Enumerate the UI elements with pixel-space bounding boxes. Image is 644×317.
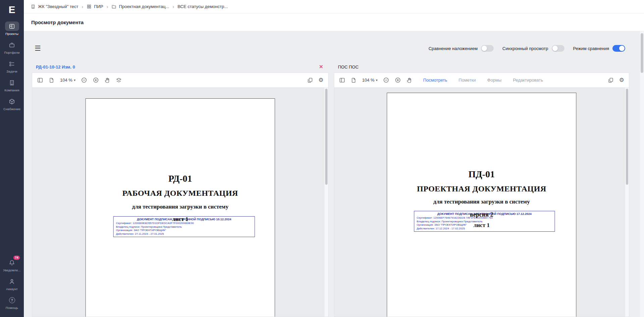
sidebar-item-account[interactable]: Аккаунт [1,277,23,291]
stamp-line: Действителен: 27.11.2024 - 27.01.2025 [116,232,252,236]
doc-code: РД-01 [86,173,275,184]
page-thumbnail-icon[interactable] [49,77,55,83]
chevron-right-icon: › [106,4,109,9]
sidebar-item-projects[interactable]: Проекты [1,21,23,36]
menu-icon[interactable]: ☰ [32,43,44,54]
notifications-badge: 74 [13,256,19,260]
sidebar-item-label: Проекты [5,32,18,36]
zoom-control[interactable]: 104 % ▾ [60,78,76,83]
tab-forms[interactable]: Формы [487,76,502,84]
sidebar-panel-icon[interactable] [37,77,43,83]
main-scrollbar [639,31,644,317]
right-panel-header: ПОС ПОС [334,61,629,73]
sidebar-item-company[interactable]: Компания [1,78,23,92]
left-document-panel: РД-01-10-12 Изм. 0 ✕ 104 % [32,61,329,317]
right-document-panel: ПОС ПОС 104 % ▾ [334,61,629,317]
right-document-area: ПД-01 ПРОЕКТНАЯ ДОКУМЕНТАЦИЯ для тестиро… [334,88,629,317]
page-title: Просмотр документа [31,19,84,25]
doc-heading: РАБОЧАЯ ДОКУМЕНТАЦИЯ [86,189,275,198]
projects-icon [5,21,19,31]
left-document-area: РД-01 РАБОЧАЯ ДОКУМЕНТАЦИЯ для тестирова… [32,88,328,317]
sync-view-label: Синхронный просмотр [502,46,548,51]
zoom-out-icon[interactable] [81,77,87,83]
breadcrumb: ЖК "Звездный" тест › ПИР › Проектная док… [24,0,644,13]
compare-toggles: Сравнение наложением Синхронный просмотр… [429,45,625,52]
breadcrumb-item-folder[interactable]: Проектная документац... [111,4,169,9]
breadcrumb-label: ВСЕ статусы демонстр... [178,4,228,9]
sidebar-item-label: Уведомле... [3,268,21,272]
overlay-compare-label: Сравнение наложением [429,46,478,51]
tab-view[interactable]: Посмотреть [423,76,448,84]
building-icon [5,78,19,87]
sync-view-toggle[interactable] [552,45,564,52]
sidebar-item-tasks[interactable]: Задачи [1,59,23,73]
breadcrumb-label: Проектная документац... [119,4,169,9]
doc-version: версия 2 [387,211,576,218]
doc-code: ПД-01 [387,169,576,180]
doc-subheading: для тестирования загрузки в систему [86,203,275,210]
scrollbar-thumb[interactable] [641,33,643,73]
left-viewer-scrollbar [324,88,328,317]
content-area: ☰ Сравнение наложением Синхронный просмо… [24,31,644,317]
sidebar-item-label: Помощь [6,306,18,310]
hand-tool-icon[interactable] [104,77,110,83]
sidebar-item-label: Аккаунт [6,287,18,291]
chevron-down-icon: ▾ [376,78,378,82]
right-page: ПД-01 ПРОЕКТНАЯ ДОКУМЕНТАЦИЯ для тестиро… [387,93,577,317]
tasks-icon [5,59,19,69]
zoom-in-icon[interactable] [395,77,401,83]
user-icon [5,277,19,286]
overlay-compare-toggle[interactable] [481,45,494,52]
right-viewer-scrollbar [625,88,629,317]
close-document-icon[interactable]: ✕ [317,63,325,71]
stamp-line: Организация: ЗАО "ПРОЕКТИРОВЩИК" [116,229,252,232]
scrollbar-thumb[interactable] [626,89,628,185]
scrollbar-thumb[interactable] [325,89,328,185]
zoom-out-icon[interactable] [383,77,389,83]
sidebar-item-label: Портфели [4,51,20,54]
sync-view-group: Синхронный просмотр [502,45,564,52]
doc-subheading: для тестирования загрузки в систему [387,198,576,205]
zoom-in-icon[interactable] [93,77,99,83]
left-document-title[interactable]: РД-01-10-12 Изм. 0 [36,64,75,70]
breadcrumb-item-project[interactable]: ЖК "Звездный" тест [31,4,78,9]
controls-row: ☰ Сравнение наложением Синхронный просмо… [32,41,625,56]
grid-icon [87,4,92,9]
sidebar-item-notifications[interactable]: 74 Уведомле... [1,258,23,272]
bell-icon: 74 [5,258,19,267]
pages-overview-icon[interactable] [608,77,614,83]
sidebar-item-portfolios[interactable]: Портфели [1,40,23,54]
zoom-control[interactable]: 104 % ▾ [362,78,378,83]
layers-icon[interactable] [116,77,122,83]
help-icon: ? [5,296,19,305]
tab-edit[interactable]: Редактировать [512,76,544,84]
right-viewer-toolbar: 104 % ▾ [334,73,629,88]
tab-annotations[interactable]: Пометки [458,76,477,84]
doc-heading: ПРОЕКТНАЯ ДОКУМЕНТАЦИЯ [387,184,576,193]
left-panel-header: РД-01-10-12 Изм. 0 ✕ [32,61,329,73]
sidebar-item-label: Снабжение [3,107,20,111]
breadcrumb-label: ЖК "Звездный" тест [38,4,78,9]
overlay-compare-group: Сравнение наложением [429,45,494,52]
left-pdf-viewer: 104 % ▾ [32,73,329,317]
doc-sheet-number: лист 1 [387,222,576,229]
right-document-title[interactable]: ПОС ПОС [338,64,358,70]
pages-overview-icon[interactable] [307,77,313,83]
toggle-knob [552,46,558,51]
toggle-knob [482,46,487,51]
sidebar-panel-icon[interactable] [339,77,345,83]
zoom-value: 104 % [362,78,375,83]
breadcrumb-label: ПИР [94,4,103,9]
sidebar-item-supply[interactable]: Снабжение [1,97,23,111]
app-logo[interactable]: E [6,3,18,16]
gear-icon[interactable]: ⚙ [619,77,624,83]
sidebar-item-help[interactable]: ? Помощь [1,296,23,310]
gear-icon[interactable]: ⚙ [318,77,324,83]
page-thumbnail-icon[interactable] [351,77,357,83]
title-bar: Просмотр документа [24,13,644,31]
toggle-knob [619,46,625,51]
breadcrumb-item-current[interactable]: ВСЕ статусы демонстр... [178,4,228,9]
breadcrumb-item-pir[interactable]: ПИР [87,4,103,9]
hand-tool-icon[interactable] [406,77,412,83]
compare-mode-toggle[interactable] [612,45,625,52]
